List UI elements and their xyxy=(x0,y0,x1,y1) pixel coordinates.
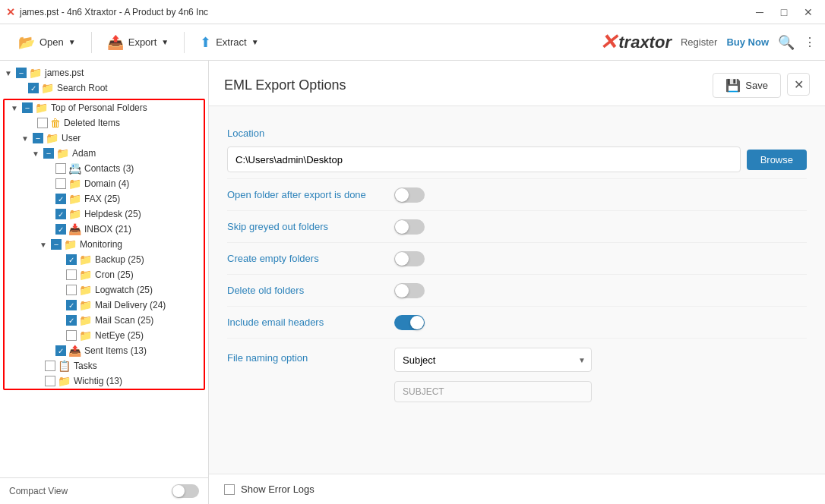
toolbar-sep-1 xyxy=(91,32,92,53)
open-label: Open xyxy=(40,36,64,48)
search-icon[interactable]: 🔍 xyxy=(778,34,795,51)
adam-checkbox[interactable] xyxy=(43,148,54,159)
include-email-toggle[interactable] xyxy=(394,315,425,330)
monitoring-label: Monitoring xyxy=(80,239,122,250)
tree-item-inbox[interactable]: 📥 INBOX (21) xyxy=(5,222,204,237)
tree-item-logwatch[interactable]: 📁 Logwatch (25) xyxy=(5,282,204,298)
tree-item-fax[interactable]: 📁 FAX (25) xyxy=(5,191,204,206)
delete-old-toggle[interactable] xyxy=(394,283,425,298)
export-button[interactable]: 📤 Export ▼ xyxy=(98,30,178,55)
more-options-icon[interactable]: ⋮ xyxy=(804,35,816,49)
skip-greyed-toggle[interactable] xyxy=(394,219,425,235)
helpdesk-checkbox[interactable] xyxy=(55,209,66,219)
user-toggle[interactable]: ▼ xyxy=(20,133,30,143)
tasks-icon: 📋 xyxy=(58,360,71,372)
cron-label: Cron (25) xyxy=(95,269,134,280)
tree-item-tasks[interactable]: 📋 Tasks xyxy=(5,358,204,373)
tree-item-user[interactable]: ▼ 📁 User xyxy=(5,131,204,146)
tree-item-domain[interactable]: 📁 Domain (4) xyxy=(5,176,204,191)
root-checkbox[interactable] xyxy=(16,68,27,78)
inbox-checkbox[interactable] xyxy=(55,224,66,235)
browse-button[interactable]: Browse xyxy=(747,150,807,170)
show-error-checkbox[interactable] xyxy=(224,484,235,495)
compact-view-toggle[interactable] xyxy=(172,484,199,498)
tree-item-backup[interactable]: 📁 Backup (25) xyxy=(5,252,204,267)
deleted-checkbox[interactable] xyxy=(37,118,48,128)
open-dropdown-icon[interactable]: ▼ xyxy=(68,38,76,46)
create-empty-row: Create empty folders xyxy=(227,243,807,275)
monitoring-checkbox[interactable] xyxy=(51,239,62,250)
main-layout: ▼ 📁 james.pst 📁 Search Root ▼ 📁 To xyxy=(0,61,825,504)
cron-icon: 📁 xyxy=(79,269,92,281)
tree-item-cron[interactable]: 📁 Cron (25) xyxy=(5,267,204,282)
panel-title: EML Export Options xyxy=(224,77,346,93)
monitoring-toggle[interactable]: ▼ xyxy=(38,239,49,250)
create-empty-toggle[interactable] xyxy=(394,251,425,266)
contacts-checkbox[interactable] xyxy=(55,163,66,174)
toolbar-right: ✕ traxtor Register Buy Now 🔍 ⋮ xyxy=(599,30,816,55)
fax-checkbox[interactable] xyxy=(55,194,66,204)
buy-now-link[interactable]: Buy Now xyxy=(726,36,769,48)
tree-item-helpdesk[interactable]: 📁 Helpdesk (25) xyxy=(5,206,204,222)
close-window-button[interactable]: ✕ xyxy=(798,3,819,21)
extract-button[interactable]: ⬆ Extract ▼ xyxy=(191,30,267,55)
mail-delivery-checkbox[interactable] xyxy=(66,300,77,310)
compact-view-label: Compact View xyxy=(9,486,68,496)
tree-item-wichtig[interactable]: 📁 Wichtig (13) xyxy=(5,373,204,389)
inbox-toggle xyxy=(43,224,53,235)
cron-checkbox[interactable] xyxy=(66,269,77,280)
wichtig-icon: 📁 xyxy=(58,375,71,387)
logwatch-checkbox[interactable] xyxy=(66,285,77,295)
export-label: Export xyxy=(128,36,157,48)
toggle-knob xyxy=(395,188,409,202)
sent-checkbox[interactable] xyxy=(55,345,66,356)
user-label: User xyxy=(62,133,81,143)
tree-item-mail-scan[interactable]: 📁 Mail Scan (25) xyxy=(5,313,204,328)
tree-item-search-root[interactable]: 📁 Search Root xyxy=(0,80,208,96)
file-naming-select[interactable]: Subject Date From To xyxy=(394,348,592,372)
tree-root[interactable]: ▼ 📁 james.pst xyxy=(0,65,208,80)
tree-item-monitoring[interactable]: ▼ 📁 Monitoring xyxy=(5,237,204,252)
tree-item-adam[interactable]: ▼ 📁 Adam xyxy=(5,146,204,161)
export-dropdown-icon[interactable]: ▼ xyxy=(161,38,169,46)
inbox-label: INBOX (21) xyxy=(84,224,131,235)
register-link[interactable]: Register xyxy=(681,36,717,48)
maximize-button[interactable]: □ xyxy=(773,3,795,21)
open-button[interactable]: 📂 Open ▼ xyxy=(9,30,85,55)
deleted-label: Deleted Items xyxy=(64,118,120,128)
file-tree[interactable]: ▼ 📁 james.pst 📁 Search Root ▼ 📁 To xyxy=(0,61,208,477)
monitoring-icon: 📁 xyxy=(64,238,77,250)
top-personal-checkbox[interactable] xyxy=(22,102,33,113)
right-panel: EML Export Options 💾 Save ✕ Location Bro… xyxy=(209,61,825,504)
tree-item-mail-delivery[interactable]: 📁 Mail Delivery (24) xyxy=(5,298,204,313)
fax-label: FAX (25) xyxy=(84,194,120,204)
close-panel-button[interactable]: ✕ xyxy=(787,73,810,96)
adam-toggle[interactable]: ▼ xyxy=(30,148,41,159)
backup-label: Backup (25) xyxy=(95,254,144,265)
wichtig-checkbox[interactable] xyxy=(45,376,55,386)
tree-item-contacts[interactable]: 📇 Contacts (3) xyxy=(5,161,204,176)
search-root-checkbox[interactable] xyxy=(28,83,39,93)
mail-scan-checkbox[interactable] xyxy=(66,315,77,326)
backup-toggle xyxy=(53,254,64,265)
extract-icon: ⬆ xyxy=(200,34,211,51)
minimize-button[interactable]: ─ xyxy=(749,3,770,21)
delete-old-control xyxy=(394,283,807,298)
save-button[interactable]: 💾 Save xyxy=(713,73,781,98)
tree-item-top-personal[interactable]: ▼ 📁 Top of Personal Folders xyxy=(5,100,204,115)
root-toggle[interactable]: ▼ xyxy=(3,68,14,78)
user-checkbox[interactable] xyxy=(33,133,43,143)
tree-item-neteye[interactable]: 📁 NetEye (25) xyxy=(5,328,204,343)
tasks-checkbox[interactable] xyxy=(45,361,55,371)
backup-checkbox[interactable] xyxy=(66,254,77,265)
location-input[interactable] xyxy=(227,146,741,172)
tree-item-sent-items[interactable]: 📤 Sent Items (13) xyxy=(5,343,204,358)
tree-item-deleted[interactable]: 🗑 Deleted Items xyxy=(5,115,204,131)
open-folder-toggle[interactable] xyxy=(394,187,425,203)
top-personal-toggle[interactable]: ▼ xyxy=(9,102,20,113)
extract-dropdown-icon[interactable]: ▼ xyxy=(251,38,259,46)
domain-checkbox[interactable] xyxy=(55,178,66,189)
neteye-checkbox[interactable] xyxy=(66,330,77,341)
include-email-control xyxy=(394,315,807,330)
sent-icon: 📤 xyxy=(68,345,81,357)
